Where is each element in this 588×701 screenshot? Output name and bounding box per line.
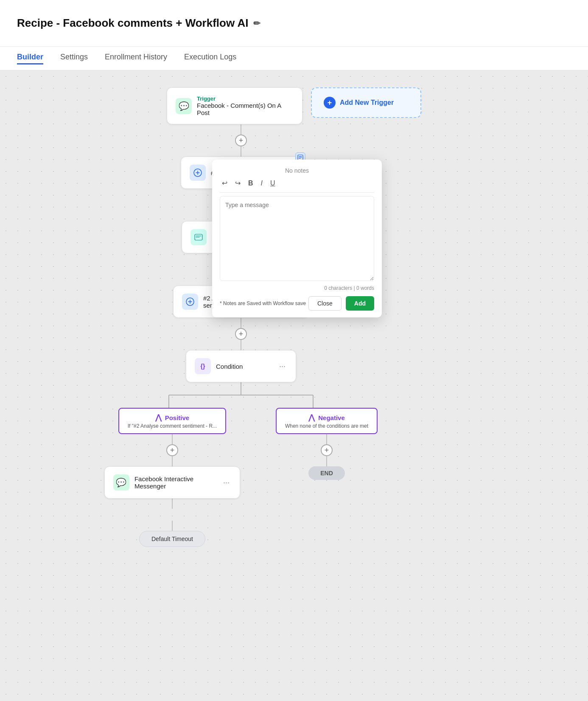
italic-button[interactable]: I [259, 179, 265, 188]
plus-circle-icon: + [324, 97, 336, 109]
comment-response-icon [190, 165, 206, 181]
branch-lines-svg [114, 382, 368, 408]
condition-more[interactable]: ··· [277, 360, 287, 373]
positive-plus-button[interactable]: + [166, 444, 178, 456]
notes-add-button[interactable]: Add [346, 296, 374, 311]
notes-footer: * Notes are Saved with Workflow save Clo… [220, 296, 374, 311]
trigger-icon: 💬 [176, 98, 192, 114]
connector-7 [241, 318, 241, 328]
negative-branch: ⋀ Negative When none of the conditions a… [276, 408, 378, 480]
notes-actions: Close Add [308, 296, 374, 311]
analyse-sentiment-icon [182, 294, 198, 310]
default-timeout-node[interactable]: Default Timeout [139, 531, 205, 547]
negative-plus-button[interactable]: + [321, 444, 333, 456]
canvas: 💬 Trigger Facebook - Comment(s) On A Pos… [0, 70, 588, 701]
positive-connector-4 [172, 521, 173, 531]
nav-tabs: Builder Settings Enrollment History Exec… [0, 47, 588, 70]
notes-save-hint: * Notes are Saved with Workflow save [220, 300, 306, 306]
tab-enrollment-history[interactable]: Enrollment History [105, 53, 167, 64]
positive-branch-header[interactable]: ⋀ Positive If "#2 Analyse comment sentim… [118, 408, 226, 434]
add-trigger-button[interactable]: + Add New Trigger [311, 87, 421, 118]
underline-button[interactable]: U [268, 179, 277, 188]
connector-2 [241, 146, 241, 157]
negative-icon: ⋀ [308, 413, 315, 422]
tab-execution-logs[interactable]: Execution Logs [184, 53, 236, 64]
positive-branch: ⋀ Positive If "#2 Analyse comment sentim… [104, 408, 240, 547]
undo-button[interactable]: ↩ [220, 178, 230, 188]
positive-icon: ⋀ [155, 413, 162, 422]
condition-node[interactable]: {} Condition ··· [186, 350, 296, 382]
negative-branch-header[interactable]: ⋀ Negative When none of the conditions a… [276, 408, 378, 434]
trigger-label: Facebook - Comment(s) On A Post [197, 102, 294, 116]
notes-char-count: 0 characters | 0 words [220, 285, 374, 291]
notes-popup-header: No notes [220, 167, 374, 174]
end-node: END [308, 466, 345, 480]
page-title: Recipe - Facebook comments + Workflow AI… [17, 17, 260, 30]
notes-toolbar: ↩ ↪ B I U [220, 178, 374, 193]
fb-interactive-icon: 💬 [113, 474, 129, 491]
plus-button-1[interactable]: + [235, 135, 247, 146]
trigger-node[interactable]: 💬 Trigger Facebook - Comment(s) On A Pos… [167, 87, 302, 124]
connector-8 [241, 340, 241, 350]
negative-sublabel: When none of the conditions are met [285, 423, 368, 429]
connector-1 [241, 124, 241, 135]
positive-sublabel: If "#2 Analyse comment sentiment - R... [128, 423, 217, 429]
tab-builder[interactable]: Builder [17, 53, 43, 64]
negative-connector-2 [326, 456, 327, 466]
condition-label: Condition [216, 363, 272, 370]
negative-label: Negative [318, 414, 345, 421]
positive-connector-3 [172, 499, 173, 509]
notes-close-button[interactable]: Close [308, 296, 342, 311]
add-trigger-label: Add New Trigger [340, 99, 394, 107]
fb-interactive-label: Facebook Interactive Messenger [134, 475, 216, 490]
trigger-row: 💬 Trigger Facebook - Comment(s) On A Pos… [133, 87, 455, 124]
negative-connector-1 [326, 434, 327, 444]
redo-button[interactable]: ↪ [233, 178, 243, 188]
header: Recipe - Facebook comments + Workflow AI… [0, 0, 588, 47]
positive-connector-2 [172, 456, 173, 466]
positive-label: Positive [165, 414, 190, 421]
notes-popup: No notes ↩ ↪ B I U 0 characters | 0 word… [212, 160, 382, 317]
tab-settings[interactable]: Settings [60, 53, 88, 64]
title-text: Recipe - Facebook comments + Workflow AI [17, 17, 248, 30]
positive-connector-1 [172, 434, 173, 444]
bold-button[interactable]: B [246, 179, 255, 188]
edit-icon[interactable]: ✏ [253, 18, 260, 28]
trigger-sublabel: Trigger [197, 95, 294, 102]
plus-button-4[interactable]: + [235, 328, 247, 340]
respond-on-comment-icon [190, 229, 207, 245]
fb-interactive-more[interactable]: ··· [221, 477, 231, 489]
notes-textarea[interactable] [220, 196, 374, 281]
condition-icon: {} [195, 358, 211, 374]
fb-interactive-node[interactable]: 💬 Facebook Interactive Messenger ··· [104, 466, 240, 499]
